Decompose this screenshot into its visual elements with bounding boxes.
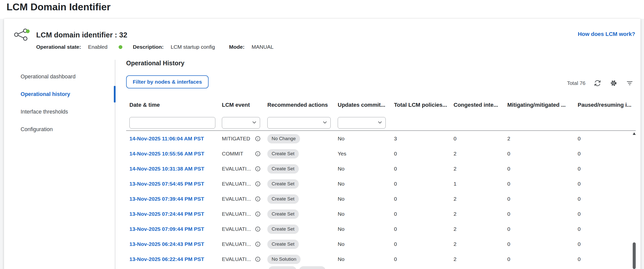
total-lcm-policies-value: 3 [394, 136, 454, 142]
mitigating-mitigated-value: 0 [507, 241, 578, 247]
operational-state-value: Enabled [88, 44, 108, 50]
mitigating-mitigated-value: 0 [507, 196, 578, 202]
updates-committed-value: No [338, 226, 394, 232]
table-header-row: Date & timeLCM eventRecommended actionsU… [126, 102, 636, 108]
table-row[interactable]: 13-Nov-2025 07:09:44 PM PST EVALUATI... … [126, 222, 632, 237]
table-row[interactable]: 13-Nov-2025 07:39:44 PM PST EVALUATI... … [126, 191, 632, 206]
filter-by-nodes-interfaces-button[interactable]: Filter by nodes & interfaces [126, 75, 209, 88]
updates-committed-value: No [338, 136, 394, 142]
congested-interfaces-value: 2 [454, 211, 507, 217]
row-date-link[interactable]: 14-Nov-2025 10:55:56 AM PST [129, 151, 222, 157]
info-icon[interactable] [255, 256, 261, 262]
row-date-link[interactable]: 13-Nov-2025 07:54:45 PM PST [129, 181, 222, 187]
column-header[interactable]: Mitigating/mitigated ... [507, 102, 578, 108]
column-header[interactable]: LCM event [222, 102, 267, 108]
total-count-label: Total 76 [567, 80, 585, 86]
enabled-status-dot-icon [26, 29, 30, 33]
updates-committed-value: No [338, 256, 394, 262]
paused-resuming-value: 0 [578, 226, 632, 232]
vertical-scrollbar[interactable] [632, 132, 636, 269]
row-date-link[interactable]: 14-Nov-2025 11:06:04 AM PST [129, 136, 222, 142]
table-body: 14-Nov-2025 11:06:04 AM PST MITIGATED No… [126, 131, 632, 269]
mitigating-mitigated-value: 0 [507, 181, 578, 187]
table-row[interactable]: 13-Nov-2025 06:22:44 PM PST EVALUATI... … [126, 252, 632, 267]
gear-icon[interactable] [610, 79, 618, 87]
updates-committed-value: No [338, 241, 394, 247]
row-date-link[interactable]: 13-Nov-2025 07:24:44 PM PST [129, 211, 222, 217]
updates-committed-filter-select[interactable] [338, 117, 386, 129]
recommended-actions-filter-select[interactable] [267, 117, 331, 129]
description-value: LCM startup config [171, 44, 215, 50]
info-icon[interactable] [255, 226, 261, 232]
paused-resuming-value: 0 [578, 166, 632, 172]
table-header-divider [126, 130, 636, 131]
lcm-event-value: COMMIT [222, 151, 243, 157]
congested-interfaces-value: 2 [454, 196, 507, 202]
sidebar-nav: Operational dashboardOperational history… [21, 68, 111, 138]
column-header[interactable]: Updates commit... [338, 102, 394, 108]
info-icon[interactable] [255, 196, 261, 202]
table-row[interactable]: 13-Nov-2025 07:54:45 PM PST EVALUATI... … [126, 176, 632, 191]
column-header[interactable]: Total LCM policies... [394, 102, 454, 108]
lcm-event-value: EVALUATI... [222, 211, 251, 217]
column-header[interactable]: Recommended actions [267, 102, 338, 108]
column-header[interactable]: Date & time [129, 102, 222, 108]
congested-interfaces-value: 2 [454, 151, 507, 157]
lcm-domain-card: LCM domain identifier : 32 Operational s… [4, 19, 640, 269]
scrollbar-thumb[interactable] [633, 242, 636, 269]
sidebar-item-operational-dashboard[interactable]: Operational dashboard [21, 68, 111, 85]
active-nav-indicator [114, 86, 116, 102]
paused-resuming-value: 0 [578, 196, 632, 202]
updates-committed-value: No [338, 181, 394, 187]
updates-committed-value: No [338, 211, 394, 217]
chevron-down-icon [251, 119, 257, 126]
table-row[interactable]: 14-Nov-2025 10:55:56 AM PST COMMIT Creat… [126, 146, 632, 161]
mode-label: Mode: [229, 44, 244, 50]
table-row[interactable]: 13-Nov-2025 07:24:44 PM PST EVALUATI... … [126, 206, 632, 222]
how-does-lcm-work-link[interactable]: How does LCM work? [578, 31, 635, 37]
description-label: Description: [133, 44, 164, 50]
column-header[interactable]: Congested inte... [454, 102, 507, 108]
congested-interfaces-value: 2 [454, 226, 507, 232]
paused-resuming-value: 0 [578, 181, 632, 187]
recommended-action-badge: Create Set [267, 194, 299, 204]
sidebar-item-interface-thresholds[interactable]: Interface thresholds [21, 103, 111, 121]
paused-resuming-value: 0 [578, 136, 632, 142]
filter-lines-icon[interactable] [626, 79, 634, 87]
row-date-link[interactable]: 13-Nov-2025 06:24:43 PM PST [129, 241, 222, 247]
column-header[interactable]: Paused/resuming i... [578, 102, 636, 108]
recommended-action-badge: No Solution [267, 255, 301, 264]
info-icon[interactable] [255, 166, 261, 172]
recommended-action-badge: Create Set [267, 225, 299, 234]
total-lcm-policies-value: 0 [394, 256, 454, 262]
table-row[interactable]: 14-Nov-2025 11:06:04 AM PST MITIGATED No… [126, 131, 632, 146]
lcm-event-filter-select[interactable] [222, 117, 260, 129]
congested-interfaces-value: 1 [454, 181, 507, 187]
sidebar-item-configuration[interactable]: Configuration [21, 121, 111, 138]
updates-committed-value: Yes [338, 151, 394, 157]
updates-committed-value: No [338, 166, 394, 172]
row-date-link[interactable]: 13-Nov-2025 07:39:44 PM PST [129, 196, 222, 202]
total-lcm-policies-value: 0 [394, 226, 454, 232]
refresh-icon[interactable] [593, 79, 602, 87]
info-icon[interactable] [255, 151, 261, 157]
congested-interfaces-value: 2 [454, 166, 507, 172]
sidebar-item-operational-history[interactable]: Operational history [21, 85, 111, 103]
row-date-link[interactable]: 13-Nov-2025 06:22:44 PM PST [129, 256, 222, 262]
row-date-link[interactable]: 14-Nov-2025 10:31:38 AM PST [129, 166, 222, 172]
lcm-event-value: EVALUATI... [222, 241, 251, 247]
table-row[interactable]: 13-Nov-2025 06:24:43 PM PST EVALUATI... … [126, 237, 632, 252]
total-lcm-policies-value: 0 [394, 181, 454, 187]
row-date-link[interactable]: 13-Nov-2025 07:09:44 PM PST [129, 226, 222, 232]
lcm-event-value: EVALUATI... [222, 226, 251, 232]
paused-resuming-value: 0 [578, 256, 632, 262]
info-icon[interactable] [255, 211, 261, 217]
info-icon[interactable] [255, 136, 261, 142]
date-filter-input[interactable] [129, 117, 215, 129]
info-icon[interactable] [255, 181, 261, 187]
table-row[interactable]: 14-Nov-2025 10:31:38 AM PST EVALUATI... … [126, 161, 632, 176]
operational-state-label: Operational state: [36, 44, 81, 50]
info-icon[interactable] [255, 241, 261, 247]
scroll-up-arrow-icon[interactable] [633, 132, 636, 135]
lcm-event-value: EVALUATI... [222, 256, 251, 262]
